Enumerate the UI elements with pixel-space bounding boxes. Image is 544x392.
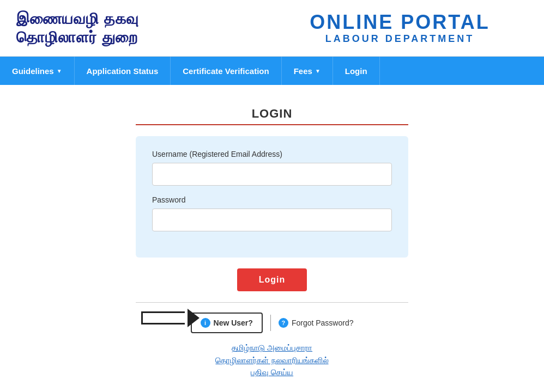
nav-guidelines[interactable]: Guidelines ▼ bbox=[0, 57, 75, 85]
login-button[interactable]: Login bbox=[237, 268, 307, 291]
tamil-title: இணையவழி தகவு தொழிலாளர் துறை bbox=[16, 10, 272, 46]
username-label: Username (Registered Email Address) bbox=[152, 150, 392, 158]
nav-fees-arrow: ▼ bbox=[315, 68, 321, 74]
login-container: LOGIN Username (Registered Email Address… bbox=[136, 107, 408, 379]
nav-fees[interactable]: Fees ▼ bbox=[282, 57, 333, 85]
forgot-password-link[interactable]: ? Forgot Password? bbox=[279, 318, 354, 328]
new-user-label: New User? bbox=[214, 318, 253, 327]
nav-certificate-label: Certificate Verification bbox=[183, 66, 269, 76]
portal-title: ONLINE PORTAL bbox=[272, 11, 528, 33]
portal-subtitle: LABOUR DEPARTMENT bbox=[272, 33, 528, 45]
nav-certificate-verification[interactable]: Certificate Verification bbox=[171, 57, 281, 85]
password-group: Password bbox=[152, 195, 392, 231]
login-form-box: Username (Registered Email Address) Pass… bbox=[136, 136, 408, 258]
logo-left: இணையவழி தகவு தொழிலாளர் துறை bbox=[16, 10, 272, 46]
action-links: i New User? ? Forgot Password? bbox=[191, 313, 354, 333]
nav-guidelines-label: Guidelines bbox=[12, 66, 54, 76]
page-header: இணையவழி தகவு தொழிலாளர் துறை ONLINE PORTA… bbox=[0, 0, 544, 57]
forgot-password-label: Forgot Password? bbox=[292, 318, 354, 327]
portal-branding: ONLINE PORTAL LABOUR DEPARTMENT bbox=[272, 11, 528, 45]
username-input[interactable] bbox=[152, 163, 392, 186]
tamil-link-row: தமிழ்நாடு அமைப்புசாரா தொழிலாளர்கள் நலவார… bbox=[136, 342, 408, 379]
main-navbar: Guidelines ▼ Application Status Certific… bbox=[0, 57, 544, 85]
login-btn-row: Login bbox=[136, 268, 408, 291]
nav-guidelines-arrow: ▼ bbox=[57, 68, 62, 74]
password-input[interactable] bbox=[152, 209, 392, 231]
nav-login[interactable]: Login bbox=[333, 57, 380, 85]
forgot-password-icon: ? bbox=[279, 318, 288, 328]
login-title: LOGIN bbox=[136, 107, 408, 121]
links-divider bbox=[270, 315, 271, 331]
new-user-button[interactable]: i New User? bbox=[191, 313, 263, 333]
password-label: Password bbox=[152, 195, 392, 204]
title-divider bbox=[136, 124, 408, 125]
nav-application-status-label: Application Status bbox=[87, 66, 159, 76]
nav-fees-label: Fees bbox=[294, 66, 312, 76]
nav-login-label: Login bbox=[345, 66, 367, 76]
tamil-registration-link[interactable]: தமிழ்நாடு அமைப்புசாரா தொழிலாளர்கள் நலவார… bbox=[136, 342, 408, 379]
main-content: LOGIN Username (Registered Email Address… bbox=[0, 85, 544, 392]
nav-application-status[interactable]: Application Status bbox=[75, 57, 171, 85]
arrow-indicator bbox=[141, 306, 200, 330]
new-user-icon: i bbox=[201, 318, 210, 328]
username-group: Username (Registered Email Address) bbox=[152, 150, 392, 186]
